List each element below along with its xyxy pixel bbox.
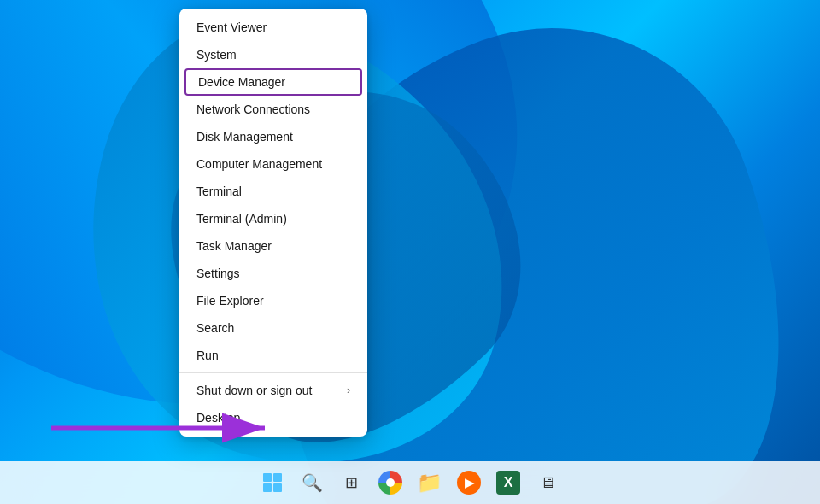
search-icon: 🔍 bbox=[302, 472, 323, 493]
taskbar: 🔍 ⊞ 📁 ▶ X 🖥 bbox=[0, 461, 820, 504]
task-view-icon: ⊞ bbox=[345, 473, 358, 492]
search-taskbar-button[interactable]: 🔍 bbox=[293, 464, 331, 501]
menu-item-shut-down[interactable]: Shut down or sign out › bbox=[179, 377, 367, 404]
menu-item-event-viewer[interactable]: Event Viewer bbox=[179, 14, 367, 41]
file-explorer-taskbar-button[interactable]: 📁 bbox=[411, 464, 448, 501]
context-menu: Event Viewer System Device Manager Netwo… bbox=[179, 9, 367, 437]
windows-logo-icon bbox=[263, 473, 282, 492]
arrow-indicator bbox=[51, 407, 290, 453]
task-view-button[interactable]: ⊞ bbox=[332, 464, 370, 501]
start-button[interactable] bbox=[254, 464, 291, 501]
menu-item-run[interactable]: Run bbox=[179, 342, 367, 369]
menu-item-network-connections[interactable]: Network Connections bbox=[179, 96, 367, 123]
menu-item-terminal[interactable]: Terminal bbox=[179, 178, 367, 205]
arrow-svg bbox=[51, 407, 290, 449]
menu-item-file-explorer[interactable]: File Explorer bbox=[179, 287, 367, 314]
menu-item-search[interactable]: Search bbox=[179, 314, 367, 342]
menu-item-settings[interactable]: Settings bbox=[179, 260, 367, 287]
excel-icon: X bbox=[496, 471, 520, 495]
menu-item-disk-management[interactable]: Disk Management bbox=[179, 123, 367, 150]
orange-app-taskbar-button[interactable]: ▶ bbox=[450, 464, 488, 501]
excel-taskbar-button[interactable]: X bbox=[489, 464, 527, 501]
menu-item-device-manager[interactable]: Device Manager bbox=[184, 68, 362, 96]
chrome-icon bbox=[378, 471, 402, 495]
chrome-taskbar-button[interactable] bbox=[372, 464, 409, 501]
taskbar-icon-group: 🔍 ⊞ 📁 ▶ X 🖥 bbox=[254, 464, 566, 501]
menu-separator bbox=[179, 372, 367, 373]
menu-item-system[interactable]: System bbox=[179, 41, 367, 68]
menu-item-computer-management[interactable]: Computer Management bbox=[179, 150, 367, 178]
menu-item-task-manager[interactable]: Task Manager bbox=[179, 232, 367, 260]
monitor-taskbar-button[interactable]: 🖥 bbox=[529, 464, 566, 501]
submenu-chevron-icon: › bbox=[347, 384, 350, 396]
monitor-icon: 🖥 bbox=[540, 474, 555, 492]
menu-item-terminal-admin[interactable]: Terminal (Admin) bbox=[179, 205, 367, 232]
folder-icon: 📁 bbox=[417, 471, 442, 495]
orange-app-icon: ▶ bbox=[457, 471, 481, 495]
